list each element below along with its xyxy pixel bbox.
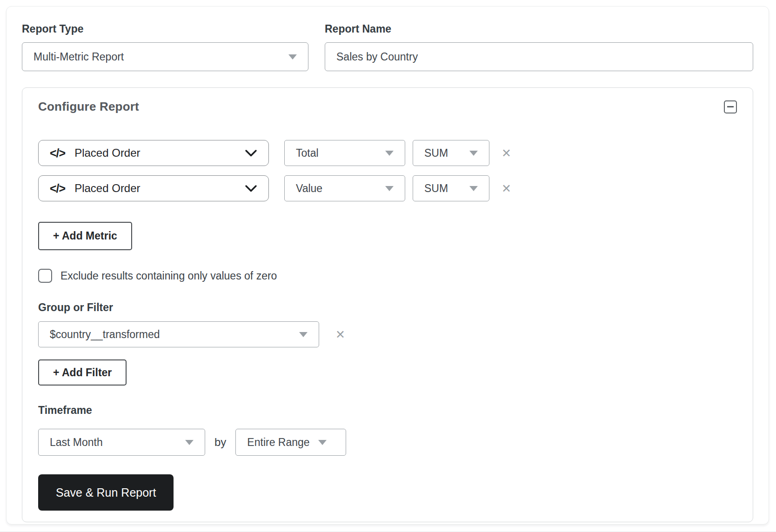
metric-aggregation-select[interactable]: SUM [413, 175, 489, 201]
collapse-panel-button[interactable] [724, 100, 737, 113]
report-name-input[interactable]: Sales by Country [325, 42, 753, 71]
report-type-label: Report Type [22, 23, 308, 35]
caret-down-icon [385, 186, 394, 191]
exclude-zero-label: Exclude results containing only values o… [60, 270, 277, 282]
metric-property-select[interactable]: Total [284, 140, 405, 166]
configure-report-panel: Configure Report </> Placed Order Total … [22, 87, 753, 522]
close-icon: ✕ [502, 146, 511, 160]
caret-down-icon [288, 54, 297, 60]
chevron-down-icon [245, 149, 257, 157]
report-name-group: Report Name Sales by Country [325, 23, 753, 71]
caret-down-icon [185, 440, 194, 445]
report-builder-card: Report Type Multi-Metric Report Report N… [6, 6, 769, 525]
chevron-down-icon [245, 185, 257, 193]
group-filter-select[interactable]: $country__transformed [38, 321, 319, 347]
exclude-zero-checkbox[interactable] [38, 269, 52, 283]
report-type-value: Multi-Metric Report [33, 51, 124, 63]
timeframe-granularity-select[interactable]: Entire Range [235, 429, 346, 456]
metric-select[interactable]: </> Placed Order [38, 175, 269, 201]
metric-aggregation-value: SUM [424, 182, 448, 195]
caret-down-icon [385, 151, 394, 156]
caret-down-icon [469, 186, 478, 191]
timeframe-granularity-value: Entire Range [247, 436, 309, 449]
timeframe-by-label: by [214, 436, 226, 449]
metric-select[interactable]: </> Placed Order [38, 140, 269, 166]
exclude-zero-row: Exclude results containing only values o… [38, 269, 737, 283]
configure-report-title: Configure Report [38, 100, 139, 114]
close-icon: ✕ [335, 328, 345, 341]
add-filter-button[interactable]: + Add Filter [38, 359, 127, 386]
metric-property-select[interactable]: Value [284, 175, 405, 201]
metric-property-value: Value [296, 182, 322, 195]
caret-down-icon [299, 332, 308, 337]
metric-property-value: Total [296, 147, 319, 160]
group-filter-row: $country__transformed ✕ [38, 321, 737, 347]
timeframe-label: Timeframe [38, 404, 737, 417]
metric-aggregation-select[interactable]: SUM [413, 140, 489, 166]
code-icon: </> [50, 182, 65, 195]
timeframe-range-select[interactable]: Last Month [38, 429, 205, 456]
group-filter-value: $country__transformed [50, 328, 160, 341]
save-run-report-button[interactable]: Save & Run Report [38, 474, 174, 511]
remove-metric-button[interactable]: ✕ [502, 183, 511, 194]
caret-down-icon [469, 151, 478, 156]
metric-row: </> Placed Order Total SUM ✕ [38, 140, 737, 166]
remove-metric-button[interactable]: ✕ [502, 147, 511, 159]
caret-down-icon [318, 440, 327, 445]
timeframe-range-value: Last Month [50, 436, 103, 449]
timeframe-row: Last Month by Entire Range [38, 429, 737, 456]
report-type-group: Report Type Multi-Metric Report [22, 23, 308, 71]
metric-aggregation-value: SUM [424, 147, 448, 160]
configure-report-header: Configure Report [38, 100, 737, 114]
close-icon: ✕ [502, 182, 511, 195]
report-meta-row: Report Type Multi-Metric Report Report N… [22, 23, 753, 71]
remove-group-filter-button[interactable]: ✕ [335, 329, 345, 340]
report-type-select[interactable]: Multi-Metric Report [22, 42, 308, 71]
report-name-label: Report Name [325, 23, 753, 35]
metric-value: Placed Order [74, 182, 245, 195]
add-metric-button[interactable]: + Add Metric [38, 222, 132, 250]
group-or-filter-label: Group or Filter [38, 301, 737, 314]
minus-square-icon [727, 106, 734, 107]
code-icon: </> [50, 146, 65, 160]
report-name-value: Sales by Country [336, 51, 418, 63]
metric-value: Placed Order [74, 146, 245, 160]
metric-row: </> Placed Order Value SUM ✕ [38, 175, 737, 201]
